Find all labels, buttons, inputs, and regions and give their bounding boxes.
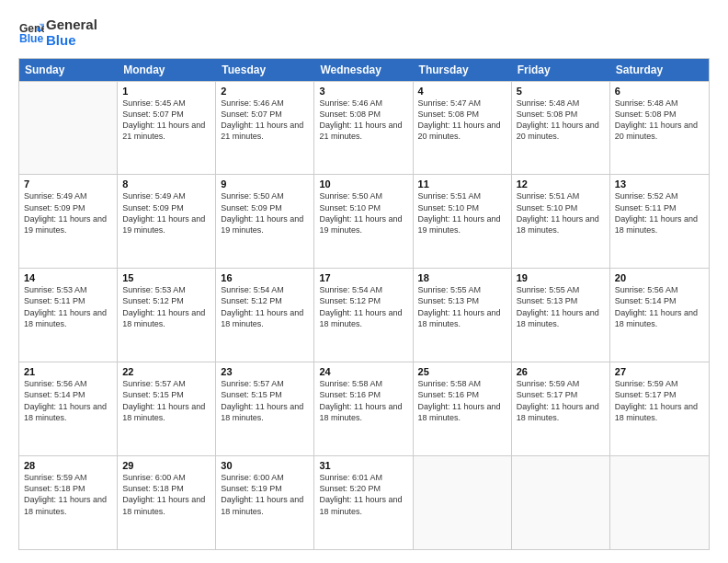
cell-info: Sunrise: 6:00 AMSunset: 5:19 PMDaylight:… [221,472,309,517]
cell-info: Sunrise: 5:45 AMSunset: 5:07 PMDaylight:… [122,98,210,143]
day-number: 27 [615,366,704,377]
calendar-row: 7Sunrise: 5:49 AMSunset: 5:09 PMDaylight… [19,174,709,268]
calendar-cell: 28Sunrise: 5:59 AMSunset: 5:18 PMDayligh… [19,456,118,549]
calendar-cell: 11Sunrise: 5:51 AMSunset: 5:10 PMDayligh… [414,175,512,268]
day-number: 12 [517,178,605,190]
cell-info: Sunrise: 5:50 AMSunset: 5:10 PMDaylight:… [319,190,407,236]
weekday-header: Friday [512,59,610,81]
calendar-cell [610,456,709,549]
day-number: 24 [319,366,407,377]
page: General Blue General Blue SundayMondayTu… [0,0,728,563]
calendar-cell: 2Sunrise: 5:46 AMSunset: 5:07 PMDaylight… [216,82,314,175]
cell-info: Sunrise: 5:57 AMSunset: 5:15 PMDaylight:… [122,378,210,423]
cell-info: Sunrise: 5:49 AMSunset: 5:09 PMDaylight:… [122,190,210,236]
header: General Blue General Blue [18,17,710,49]
logo-icon: General Blue [18,19,44,45]
calendar: SundayMondayTuesdayWednesdayThursdayFrid… [18,58,710,551]
day-number: 30 [221,460,309,471]
cell-info: Sunrise: 5:47 AMSunset: 5:08 PMDaylight:… [418,98,506,143]
cell-info: Sunrise: 5:57 AMSunset: 5:15 PMDaylight:… [221,378,309,423]
day-number: 26 [517,366,605,377]
calendar-cell: 27Sunrise: 5:59 AMSunset: 5:17 PMDayligh… [610,362,709,455]
calendar-cell: 6Sunrise: 5:48 AMSunset: 5:08 PMDaylight… [610,82,709,175]
day-number: 25 [418,366,506,377]
logo-text-general: General [46,17,97,32]
cell-info: Sunrise: 5:59 AMSunset: 5:17 PMDaylight:… [615,378,704,423]
calendar-cell: 15Sunrise: 5:53 AMSunset: 5:12 PMDayligh… [118,269,216,362]
calendar-cell: 4Sunrise: 5:47 AMSunset: 5:08 PMDaylight… [414,82,512,175]
calendar-cell: 10Sunrise: 5:50 AMSunset: 5:10 PMDayligh… [314,175,413,268]
calendar-cell: 3Sunrise: 5:46 AMSunset: 5:08 PMDaylight… [314,82,413,175]
calendar-row: 14Sunrise: 5:53 AMSunset: 5:11 PMDayligh… [19,268,709,362]
calendar-cell: 19Sunrise: 5:55 AMSunset: 5:13 PMDayligh… [512,269,610,362]
cell-info: Sunrise: 5:46 AMSunset: 5:07 PMDaylight:… [221,98,309,143]
day-number: 4 [418,86,506,97]
weekday-header: Thursday [414,59,512,81]
day-number: 21 [24,366,112,377]
calendar-cell [414,456,512,549]
cell-info: Sunrise: 5:54 AMSunset: 5:12 PMDaylight:… [221,284,309,329]
cell-info: Sunrise: 5:51 AMSunset: 5:10 PMDaylight:… [517,190,605,236]
day-number: 13 [615,178,704,190]
calendar-cell: 29Sunrise: 6:00 AMSunset: 5:18 PMDayligh… [118,456,216,549]
day-number: 23 [221,366,309,377]
cell-info: Sunrise: 5:59 AMSunset: 5:18 PMDaylight:… [24,472,112,517]
calendar-header: SundayMondayTuesdayWednesdayThursdayFrid… [19,59,709,81]
cell-info: Sunrise: 5:52 AMSunset: 5:11 PMDaylight:… [615,190,704,236]
calendar-cell: 1Sunrise: 5:45 AMSunset: 5:07 PMDaylight… [118,82,216,175]
cell-info: Sunrise: 5:48 AMSunset: 5:08 PMDaylight:… [615,98,704,143]
day-number: 15 [122,272,210,283]
cell-info: Sunrise: 5:53 AMSunset: 5:11 PMDaylight:… [24,284,112,329]
day-number: 28 [24,460,112,471]
calendar-cell: 8Sunrise: 5:49 AMSunset: 5:09 PMDaylight… [118,175,216,268]
day-number: 10 [319,178,407,190]
calendar-cell: 12Sunrise: 5:51 AMSunset: 5:10 PMDayligh… [512,175,610,268]
weekday-header: Monday [118,59,216,81]
calendar-cell: 9Sunrise: 5:50 AMSunset: 5:09 PMDaylight… [216,175,314,268]
day-number: 20 [615,272,704,283]
cell-info: Sunrise: 6:01 AMSunset: 5:20 PMDaylight:… [319,472,407,517]
day-number: 3 [319,86,407,97]
calendar-row: 1Sunrise: 5:45 AMSunset: 5:07 PMDaylight… [19,81,709,175]
logo: General Blue General Blue [18,17,97,49]
day-number: 19 [517,272,605,283]
day-number: 22 [122,366,210,377]
weekday-header: Saturday [610,59,709,81]
calendar-cell: 17Sunrise: 5:54 AMSunset: 5:12 PMDayligh… [314,269,413,362]
cell-info: Sunrise: 5:54 AMSunset: 5:12 PMDaylight:… [319,284,407,329]
cell-info: Sunrise: 6:00 AMSunset: 5:18 PMDaylight:… [122,472,210,517]
calendar-cell: 14Sunrise: 5:53 AMSunset: 5:11 PMDayligh… [19,269,118,362]
day-number: 11 [418,178,506,190]
day-number: 6 [615,86,704,97]
calendar-cell: 18Sunrise: 5:55 AMSunset: 5:13 PMDayligh… [414,269,512,362]
calendar-cell: 20Sunrise: 5:56 AMSunset: 5:14 PMDayligh… [610,269,709,362]
calendar-body: 1Sunrise: 5:45 AMSunset: 5:07 PMDaylight… [19,81,709,550]
day-number: 18 [418,272,506,283]
cell-info: Sunrise: 5:58 AMSunset: 5:16 PMDaylight:… [319,378,407,423]
day-number: 16 [221,272,309,283]
calendar-cell: 30Sunrise: 6:00 AMSunset: 5:19 PMDayligh… [216,456,314,549]
weekday-header: Wednesday [314,59,413,81]
calendar-cell: 21Sunrise: 5:56 AMSunset: 5:14 PMDayligh… [19,362,118,455]
calendar-cell: 26Sunrise: 5:59 AMSunset: 5:17 PMDayligh… [512,362,610,455]
cell-info: Sunrise: 5:48 AMSunset: 5:08 PMDaylight:… [517,98,605,143]
day-number: 29 [122,460,210,471]
calendar-row: 21Sunrise: 5:56 AMSunset: 5:14 PMDayligh… [19,362,709,455]
cell-info: Sunrise: 5:55 AMSunset: 5:13 PMDaylight:… [418,284,506,329]
cell-info: Sunrise: 5:53 AMSunset: 5:12 PMDaylight:… [122,284,210,329]
cell-info: Sunrise: 5:55 AMSunset: 5:13 PMDaylight:… [517,284,605,329]
calendar-cell: 31Sunrise: 6:01 AMSunset: 5:20 PMDayligh… [314,456,413,549]
logo-text-blue: Blue [46,32,97,48]
day-number: 2 [221,86,309,97]
day-number: 14 [24,272,112,283]
calendar-cell: 5Sunrise: 5:48 AMSunset: 5:08 PMDaylight… [512,82,610,175]
calendar-cell: 16Sunrise: 5:54 AMSunset: 5:12 PMDayligh… [216,269,314,362]
day-number: 9 [221,178,309,190]
cell-info: Sunrise: 5:59 AMSunset: 5:17 PMDaylight:… [517,378,605,423]
calendar-row: 28Sunrise: 5:59 AMSunset: 5:18 PMDayligh… [19,455,709,549]
day-number: 17 [319,272,407,283]
calendar-cell: 7Sunrise: 5:49 AMSunset: 5:09 PMDaylight… [19,175,118,268]
cell-info: Sunrise: 5:58 AMSunset: 5:16 PMDaylight:… [418,378,506,423]
cell-info: Sunrise: 5:50 AMSunset: 5:09 PMDaylight:… [221,190,309,236]
calendar-cell: 22Sunrise: 5:57 AMSunset: 5:15 PMDayligh… [118,362,216,455]
